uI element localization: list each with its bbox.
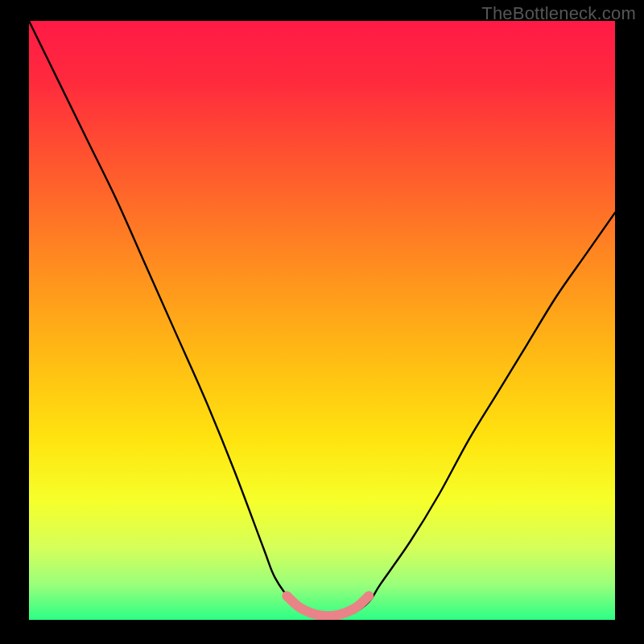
plot-area (29, 21, 615, 620)
chart-container: TheBottleneck.com (0, 0, 644, 644)
watermark-text: TheBottleneck.com (481, 3, 636, 24)
plot-svg (29, 21, 615, 620)
gradient-background (29, 21, 615, 620)
